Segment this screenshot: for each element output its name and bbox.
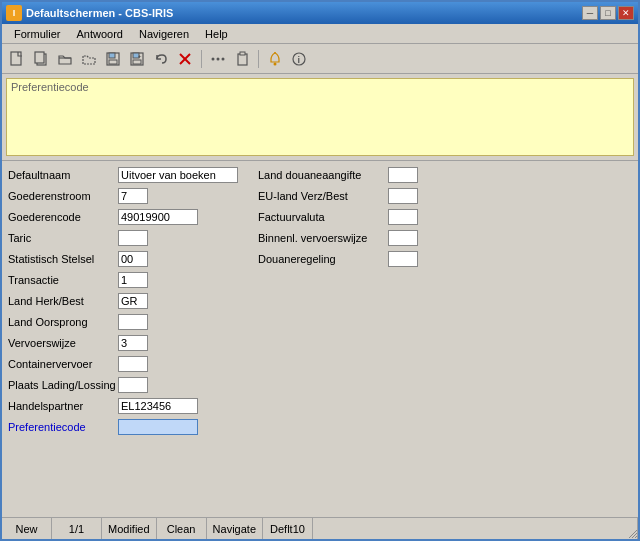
input-handelspartner[interactable] [118, 398, 198, 414]
svg-point-12 [212, 57, 215, 60]
svg-rect-5 [109, 60, 117, 64]
input-taric[interactable] [118, 230, 148, 246]
form-left-col: Defaultnaam Goederenstroom Goederencode … [8, 165, 238, 436]
label-eu-land-verz-best: EU-land Verz/Best [258, 190, 388, 202]
resize-handle[interactable] [624, 525, 638, 539]
field-plaats-lading-lossing: Plaats Lading/Lossing [8, 375, 238, 394]
label-plaats-lading-lossing: Plaats Lading/Lossing [8, 379, 118, 391]
svg-line-23 [635, 536, 637, 538]
field-goederenstroom: Goederenstroom [8, 186, 238, 205]
input-douaneregeling[interactable] [388, 251, 418, 267]
label-land-oorsprong: Land Oorsprong [8, 316, 118, 328]
svg-rect-0 [11, 52, 21, 65]
save-as-button[interactable]: + [126, 48, 148, 70]
main-window: I Defaultschermen - CBS-IRIS ─ □ ✕ Formu… [0, 0, 640, 541]
input-containervervoer[interactable] [118, 356, 148, 372]
field-land-oorsprong: Land Oorsprong [8, 312, 238, 331]
field-douaneregeling: Douaneregeling [258, 249, 418, 268]
label-containervervoer: Containervervoer [8, 358, 118, 370]
input-land-oorsprong[interactable] [118, 314, 148, 330]
label-statistisch-stelsel: Statistisch Stelsel [8, 253, 118, 265]
field-goederencode: Goederencode [8, 207, 238, 226]
input-vervoerswijze[interactable] [118, 335, 148, 351]
label-goederencode: Goederencode [8, 211, 118, 223]
field-handelspartner: Handelspartner [8, 396, 238, 415]
minimize-button[interactable]: ─ [582, 6, 598, 20]
notify-button[interactable] [264, 48, 286, 70]
toolbar: + i [2, 44, 638, 74]
input-defaultnaam[interactable] [118, 167, 238, 183]
menu-bar: Formulier Antwoord Navigeren Help [2, 24, 638, 44]
status-new[interactable]: New [2, 518, 52, 539]
label-preferentiecode: Preferentiecode [8, 421, 118, 433]
input-goederencode[interactable] [118, 209, 198, 225]
field-land-herk-best: Land Herk/Best [8, 291, 238, 310]
save-button[interactable] [102, 48, 124, 70]
label-transactie: Transactie [8, 274, 118, 286]
field-taric: Taric [8, 228, 238, 247]
input-land-douaneaangifte[interactable] [388, 167, 418, 183]
h-separator [2, 160, 638, 161]
status-record[interactable]: 1/1 [52, 518, 102, 539]
input-statistisch-stelsel[interactable] [118, 251, 148, 267]
label-handelspartner: Handelspartner [8, 400, 118, 412]
label-factuurvaluta: Factuurvaluta [258, 211, 388, 223]
open-button[interactable] [54, 48, 76, 70]
new-doc-button[interactable] [6, 48, 28, 70]
close2-button[interactable] [78, 48, 100, 70]
svg-rect-2 [35, 52, 44, 63]
form-right-col: Land douaneaangifte EU-land Verz/Best Fa… [258, 165, 418, 436]
status-spacer [313, 518, 638, 539]
label-douaneregeling: Douaneregeling [258, 253, 388, 265]
svg-rect-15 [238, 54, 247, 65]
label-land-douaneaangifte: Land douaneaangifte [258, 169, 388, 181]
menu-antwoord[interactable]: Antwoord [68, 26, 130, 42]
window-title: Defaultschermen - CBS-IRIS [26, 7, 173, 19]
input-eu-land-verz-best[interactable] [388, 188, 418, 204]
field-containervervoer: Containervervoer [8, 354, 238, 373]
label-binnenl-vervoerswijze: Binnenl. vervoerswijze [258, 232, 388, 244]
field-transactie: Transactie [8, 270, 238, 289]
note-area: Preferentiecode [6, 78, 634, 156]
field-preferentiecode: Preferentiecode [8, 417, 238, 436]
copy-doc-button[interactable] [30, 48, 52, 70]
svg-point-14 [222, 57, 225, 60]
input-plaats-lading-lossing[interactable] [118, 377, 148, 393]
field-eu-land-verz-best: EU-land Verz/Best [258, 186, 418, 205]
field-defaultnaam: Defaultnaam [8, 165, 238, 184]
input-binnenl-vervoerswijze[interactable] [388, 230, 418, 246]
menu-navigeren[interactable]: Navigeren [131, 26, 197, 42]
field-binnenl-vervoerswijze: Binnenl. vervoerswijze [258, 228, 418, 247]
dots-button[interactable] [207, 48, 229, 70]
menu-formulier[interactable]: Formulier [6, 26, 68, 42]
status-clean[interactable]: Clean [157, 518, 207, 539]
clipboard-button[interactable] [231, 48, 253, 70]
input-land-herk-best[interactable] [118, 293, 148, 309]
label-taric: Taric [8, 232, 118, 244]
svg-rect-4 [109, 53, 115, 58]
info-button[interactable]: i [288, 48, 310, 70]
label-defaultnaam: Defaultnaam [8, 169, 118, 181]
field-vervoerswijze: Vervoerswijze [8, 333, 238, 352]
input-factuurvaluta[interactable] [388, 209, 418, 225]
maximize-button[interactable]: □ [600, 6, 616, 20]
undo-button[interactable] [150, 48, 172, 70]
field-factuurvaluta: Factuurvaluta [258, 207, 418, 226]
content-area: Preferentiecode Defaultnaam Goederenstro… [2, 78, 638, 462]
field-statistisch-stelsel: Statistisch Stelsel [8, 249, 238, 268]
input-transactie[interactable] [118, 272, 148, 288]
input-preferentiecode[interactable] [118, 419, 198, 435]
status-deflt[interactable]: Deflt10 [263, 518, 313, 539]
window-controls: ─ □ ✕ [582, 6, 634, 20]
svg-text:+: + [138, 53, 142, 59]
label-goederenstroom: Goederenstroom [8, 190, 118, 202]
menu-help[interactable]: Help [197, 26, 236, 42]
status-navigate[interactable]: Navigate [207, 518, 263, 539]
field-land-douaneaangifte: Land douaneaangifte [258, 165, 418, 184]
label-land-herk-best: Land Herk/Best [8, 295, 118, 307]
input-goederenstroom[interactable] [118, 188, 148, 204]
svg-text:i: i [298, 55, 301, 65]
delete-button[interactable] [174, 48, 196, 70]
close-button[interactable]: ✕ [618, 6, 634, 20]
status-modified[interactable]: Modified [102, 518, 157, 539]
